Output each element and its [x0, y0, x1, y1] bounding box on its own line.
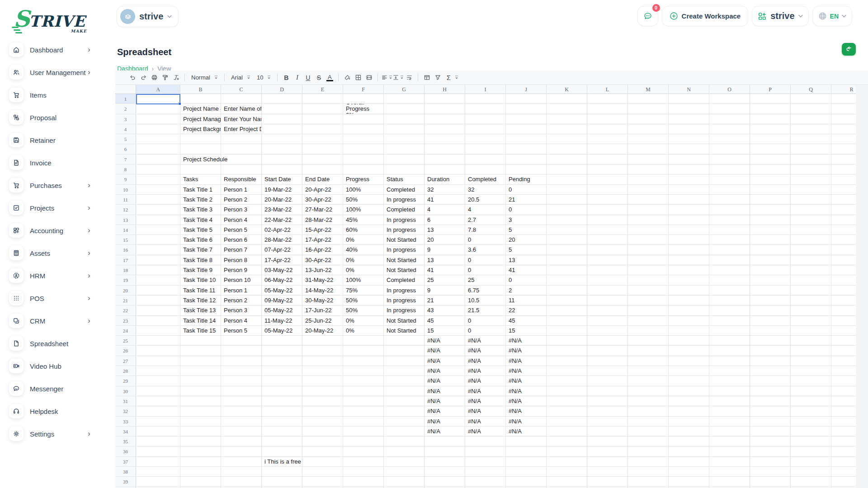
scrollbar-track[interactable]	[856, 85, 868, 488]
cell[interactable]	[465, 467, 506, 477]
cell[interactable]	[628, 446, 669, 456]
cell[interactable]	[831, 446, 856, 456]
cell-J34[interactable]: #N/A	[506, 427, 547, 436]
cell[interactable]	[302, 427, 343, 436]
cell[interactable]	[547, 275, 587, 285]
cell[interactable]	[465, 124, 506, 134]
cell[interactable]	[302, 366, 343, 376]
cell[interactable]	[302, 417, 343, 427]
cell[interactable]	[831, 436, 856, 446]
cell[interactable]	[791, 346, 831, 356]
cell[interactable]	[750, 286, 791, 296]
cell-E22[interactable]: 17-Jun-22	[302, 305, 343, 315]
cell[interactable]	[587, 114, 628, 124]
cell-B23[interactable]: Task Title 14	[180, 316, 221, 326]
cell-E13[interactable]: 28-Mar-22	[302, 215, 343, 225]
cell[interactable]	[547, 376, 587, 386]
cell-I21[interactable]: 10.5	[465, 296, 506, 305]
cell-J31[interactable]: #N/A	[506, 396, 547, 406]
cell[interactable]	[465, 446, 506, 456]
cell[interactable]	[709, 174, 750, 184]
cell[interactable]	[180, 164, 221, 174]
row-header-32[interactable]: 32	[115, 406, 136, 416]
font-size-button[interactable]: 10	[254, 72, 274, 83]
cell-F22[interactable]: 50%	[343, 305, 384, 315]
cell[interactable]	[628, 386, 669, 396]
cell-D13[interactable]: 22-Mar-22	[262, 215, 302, 225]
column-header-J[interactable]: J	[506, 85, 547, 94]
cell[interactable]	[791, 114, 831, 124]
cell[interactable]	[831, 164, 856, 174]
row-header-26[interactable]: 26	[115, 346, 136, 356]
cell[interactable]	[136, 417, 180, 427]
cell-E11[interactable]: 30-Apr-22	[302, 195, 343, 205]
cell-I11[interactable]: 20.5	[465, 195, 506, 205]
cell[interactable]	[465, 457, 506, 467]
column-header-L[interactable]: L	[587, 85, 628, 94]
cell[interactable]	[343, 155, 384, 164]
cell[interactable]	[262, 114, 302, 124]
cell[interactable]	[709, 195, 750, 205]
cell-J21[interactable]: 11	[506, 296, 547, 305]
cell[interactable]	[136, 446, 180, 456]
cell[interactable]	[587, 195, 628, 205]
cell[interactable]	[547, 155, 587, 164]
cell-B12[interactable]: Task Title 3	[180, 205, 221, 215]
cell-B11[interactable]: Task Title 2	[180, 195, 221, 205]
row-header-4[interactable]: 4	[115, 124, 136, 134]
cell[interactable]	[669, 134, 709, 144]
undo-button[interactable]	[127, 72, 138, 83]
cell[interactable]	[547, 286, 587, 296]
row-header-13[interactable]: 13	[115, 215, 136, 225]
cell[interactable]	[669, 185, 709, 195]
cell-I9[interactable]: Completed	[465, 174, 506, 184]
cell[interactable]	[831, 305, 856, 315]
cell-B21[interactable]: Task Title 12	[180, 296, 221, 305]
cell[interactable]	[180, 446, 221, 456]
cell[interactable]	[669, 235, 709, 245]
cell[interactable]	[136, 326, 180, 336]
cell[interactable]	[262, 144, 302, 154]
cell-G20[interactable]: In progress	[384, 286, 425, 296]
cell-D23[interactable]: 11-May-22	[262, 316, 302, 326]
cell[interactable]	[384, 477, 425, 487]
row-header-27[interactable]: 27	[115, 356, 136, 366]
cell[interactable]	[831, 376, 856, 386]
cell-G22[interactable]: In progress	[384, 305, 425, 315]
cell[interactable]	[709, 305, 750, 315]
cell[interactable]	[136, 205, 180, 215]
cell[interactable]	[180, 94, 221, 104]
cell[interactable]	[136, 436, 180, 446]
cell-C21[interactable]: Person 2	[221, 296, 262, 305]
row-header-11[interactable]: 11	[115, 195, 136, 205]
cell[interactable]	[343, 144, 384, 154]
cell[interactable]	[221, 427, 262, 436]
cell[interactable]	[136, 286, 180, 296]
cell[interactable]	[262, 94, 302, 104]
cell[interactable]	[831, 134, 856, 144]
cell[interactable]	[384, 427, 425, 436]
cell[interactable]	[831, 336, 856, 346]
cell-H27[interactable]: #N/A	[425, 356, 465, 366]
cell[interactable]	[221, 346, 262, 356]
cell[interactable]	[669, 195, 709, 205]
cell[interactable]	[547, 336, 587, 346]
cell[interactable]	[709, 467, 750, 477]
cell-C19[interactable]: Person 10	[221, 275, 262, 285]
cell[interactable]	[791, 296, 831, 305]
cell[interactable]	[587, 275, 628, 285]
cell-H24[interactable]: 15	[425, 326, 465, 336]
cell[interactable]	[669, 174, 709, 184]
cell[interactable]	[628, 225, 669, 235]
cell[interactable]	[628, 255, 669, 265]
cell[interactable]	[669, 305, 709, 315]
cell-J15[interactable]: 20	[506, 235, 547, 245]
cell[interactable]	[262, 436, 302, 446]
paint-format-button[interactable]	[160, 72, 170, 83]
cell[interactable]	[221, 144, 262, 154]
cell[interactable]	[506, 94, 547, 104]
cell[interactable]	[384, 124, 425, 134]
cell-C23[interactable]: Person 4	[221, 316, 262, 326]
cell[interactable]	[547, 406, 587, 416]
cell[interactable]	[709, 114, 750, 124]
